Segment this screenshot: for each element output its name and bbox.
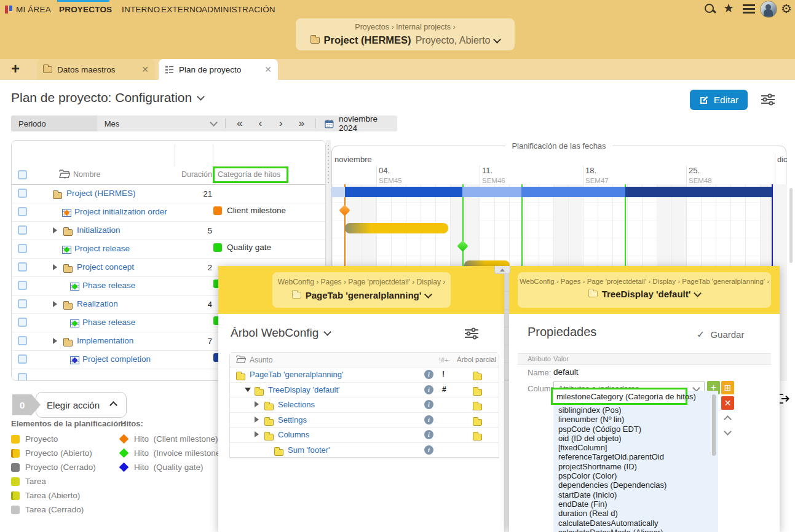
chevron-down-icon[interactable] — [323, 328, 331, 336]
expand-arrow-icon[interactable] — [53, 338, 57, 344]
list-option[interactable]: startDate (Inicio) — [553, 490, 718, 499]
column-header-flags[interactable]: !#+- — [439, 356, 450, 364]
remove-column-button[interactable]: ✕ — [721, 396, 734, 410]
expand-arrow-icon[interactable] — [53, 264, 57, 270]
gantt-summary-segment[interactable] — [625, 187, 772, 197]
menu-icon[interactable] — [743, 4, 755, 14]
choose-action-button[interactable]: Elegir acción — [36, 392, 127, 418]
row-checkbox[interactable] — [18, 318, 27, 327]
highlighted-option[interactable]: milestoneCategory (Categoría de hitos) — [553, 392, 696, 401]
add-tab-button[interactable]: + — [11, 61, 20, 76]
row-checkbox[interactable] — [18, 299, 27, 308]
nav-administracion[interactable]: ADMINISTRACIÓN — [202, 5, 275, 14]
tree-settings-sliders-icon[interactable] — [464, 327, 479, 342]
column-header-asunto[interactable]: Asunto — [250, 356, 272, 364]
row-checkbox[interactable] — [18, 225, 27, 235]
expand-arrow-icon[interactable] — [255, 431, 259, 437]
gantt-summary-segment[interactable] — [521, 187, 625, 197]
list-option[interactable]: projectShortname (ID) — [553, 462, 718, 471]
edit-button[interactable]: Editar — [690, 90, 748, 110]
nav-last-button[interactable]: » — [299, 117, 304, 130]
favorites-star-icon[interactable]: ★ — [723, 1, 734, 15]
list-option[interactable]: oid (ID del objeto) — [553, 434, 718, 443]
add-all-columns-button[interactable]: ⊞ — [721, 381, 734, 394]
row-checkbox[interactable] — [18, 262, 27, 272]
collapse-arrow-icon[interactable] — [245, 388, 251, 392]
tab-plan-de-proyecto[interactable]: Plan de proyecto ✕ — [159, 59, 278, 80]
chevron-down-icon[interactable] — [424, 291, 432, 299]
tree-row[interactable]: Sum 'footer' i — [230, 443, 499, 458]
expand-arrow-icon[interactable] — [53, 301, 57, 307]
info-icon[interactable]: i — [424, 430, 433, 439]
nav-prev-button[interactable]: ‹ — [258, 117, 262, 130]
nav-mi-area[interactable]: MI ÁREA — [5, 5, 51, 14]
list-option[interactable]: duration (Real d) — [553, 509, 718, 518]
row-checkbox[interactable] — [18, 373, 27, 381]
overlay-context-pill[interactable]: WebConfig › Pages › Page 'projectdetail'… — [518, 272, 771, 308]
row-checkbox[interactable] — [18, 244, 27, 253]
gantt-scrollbar[interactable] — [789, 188, 793, 263]
select-all-checkbox[interactable] — [18, 170, 27, 179]
chevron-down-icon[interactable] — [494, 36, 502, 44]
column-header-nombre[interactable]: Nombre — [73, 170, 100, 179]
breadcrumb[interactable]: Proyectos › Internal projects › — [296, 23, 515, 31]
partial-tree-folder-icon[interactable] — [473, 419, 482, 426]
gantt-summary-segment[interactable] — [462, 187, 521, 197]
row-checkbox[interactable] — [18, 336, 27, 345]
partial-tree-folder-icon[interactable] — [473, 404, 482, 410]
save-button[interactable]: ✓ Guardar — [697, 329, 744, 340]
expand-arrow-icon[interactable] — [53, 227, 57, 233]
partial-tree-folder-icon[interactable] — [473, 374, 482, 380]
context-pill[interactable]: Proyectos › Internal projects › Project … — [296, 18, 515, 50]
tree-row[interactable]: PageTab 'generalplanning' i ! — [230, 367, 499, 383]
user-avatar[interactable] — [760, 1, 777, 18]
overlay-context-pill[interactable]: WebConfig › Pages › Page 'projectdetail'… — [272, 272, 451, 308]
current-period[interactable]: noviembre 2024 — [339, 114, 397, 133]
nav-first-button[interactable]: « — [237, 117, 242, 130]
info-icon[interactable]: i — [424, 415, 433, 424]
close-tab-icon[interactable]: ✕ — [141, 65, 149, 74]
nav-proyectos[interactable]: PROYECTOS — [59, 5, 112, 14]
info-icon[interactable]: i — [424, 445, 433, 455]
list-scrollbar[interactable] — [712, 394, 716, 456]
columns-option-list[interactable]: siblingindex (Pos) linenumber (Nº lin) p… — [553, 391, 718, 532]
move-down-icon[interactable] — [724, 428, 732, 436]
list-option[interactable]: endDate (Fin) — [553, 499, 718, 509]
gantt-summary-segment[interactable] — [331, 187, 345, 197]
list-option[interactable]: calculateDatesMode (Alinear) — [553, 528, 718, 532]
nav-next-button[interactable]: › — [279, 117, 283, 130]
partial-tree-folder-icon[interactable] — [473, 389, 482, 396]
list-option[interactable]: linenumber (Nº lin) — [553, 415, 718, 424]
tree-collapse-icon[interactable] — [236, 355, 246, 364]
settings-gear-icon[interactable]: ⚙ — [781, 1, 792, 16]
list-option[interactable]: pspColor (Color) — [553, 471, 718, 480]
list-option[interactable]: pspCode (Código EDT) — [553, 424, 718, 434]
list-option[interactable]: [fixedColumn] — [553, 443, 718, 452]
list-option[interactable]: referenceTargetOid.parentOid — [553, 452, 718, 461]
table-row[interactable]: Initialization 5 — [12, 222, 325, 240]
search-icon[interactable] — [703, 2, 717, 16]
close-tab-icon[interactable]: ✕ — [264, 65, 272, 74]
list-option[interactable]: siblingindex (Pos) — [553, 405, 718, 415]
tab-datos-maestros[interactable]: Datos maestros ✕ — [37, 59, 155, 80]
tree-collapse-icon[interactable] — [59, 170, 70, 179]
chevron-down-icon[interactable] — [197, 93, 205, 101]
gantt-summary-segment[interactable] — [345, 187, 462, 197]
column-header-arbol-parcial[interactable]: Árbol parcial — [457, 356, 496, 363]
tree-row[interactable]: Settings i — [230, 413, 499, 428]
period-select[interactable]: Mes — [97, 119, 225, 128]
row-checkbox[interactable] — [18, 189, 27, 198]
list-option[interactable]: dependencies (Dependencias) — [553, 480, 718, 490]
expand-arrow-icon[interactable] — [255, 417, 259, 423]
info-icon[interactable]: i — [424, 400, 433, 409]
nav-externo[interactable]: EXTERNO — [161, 5, 202, 14]
table-row[interactable]: Project initialization order Client mile… — [12, 203, 325, 222]
gantt-task-bar-initialization[interactable] — [345, 223, 448, 233]
column-header-duracion[interactable]: Duración — [176, 170, 212, 179]
row-checkbox[interactable] — [18, 354, 27, 364]
tree-row[interactable]: TreeDisplay 'default' i # — [230, 383, 499, 398]
view-settings-sliders-icon[interactable] — [760, 93, 776, 106]
table-row[interactable]: Project (HERMES) 21 — [12, 185, 325, 203]
tree-row[interactable]: Columns i — [230, 428, 499, 443]
info-icon[interactable]: i — [424, 385, 433, 394]
